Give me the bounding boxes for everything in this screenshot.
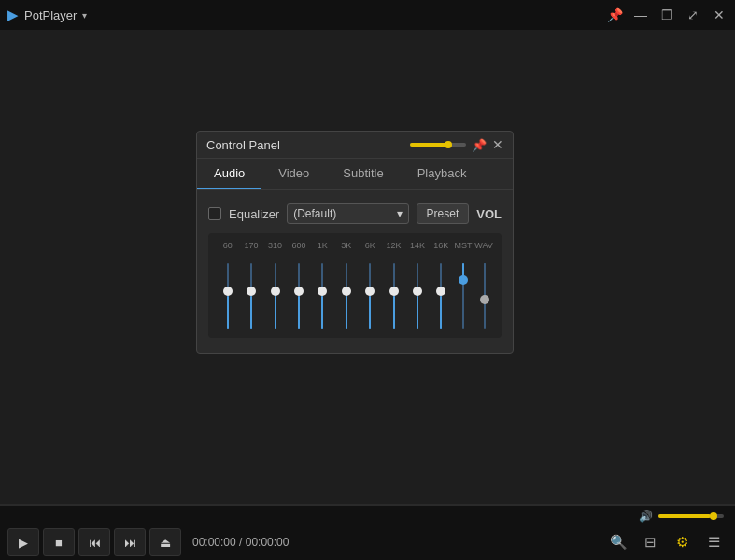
cp-brightness-slider[interactable] — [410, 143, 466, 147]
eq-preset-select[interactable]: (Default) ▾ — [287, 203, 408, 224]
eq-sliders-area: 60 170 310 600 1K 3K 6K 12K 14K 16K MST … — [208, 233, 502, 338]
eq-vslider-9[interactable] — [417, 263, 418, 329]
eq-freq-label-6k: 6K — [358, 241, 381, 250]
app-title: PotPlayer — [24, 8, 77, 22]
eq-freq-label-1k: 1K — [311, 241, 334, 250]
control-panel: Control Panel 📌 ✕ Audio Video Subtitle — [196, 131, 514, 354]
cp-close-btn[interactable]: ✕ — [492, 137, 503, 152]
eq-checkbox[interactable] — [208, 207, 221, 220]
cp-tabs: Audio Video Subtitle Playback — [197, 159, 513, 190]
eq-mst-label: MST — [453, 241, 474, 250]
app-dropdown-icon[interactable]: ▾ — [82, 10, 87, 21]
eq-vol-label: VOL — [476, 207, 502, 221]
eq-vslider-7[interactable] — [369, 263, 371, 329]
eq-label: Equalizer — [229, 207, 279, 221]
eq-slider-col-4 — [287, 254, 310, 329]
eq-slider-col-8 — [382, 254, 405, 329]
eject-btn[interactable]: ⏏ — [149, 528, 181, 556]
eq-preset-dropdown-icon: ▾ — [397, 207, 403, 220]
eq-wav-slider-col — [474, 254, 494, 329]
eq-slider-col-6 — [334, 254, 358, 329]
eq-slider-col-1 — [216, 254, 239, 329]
maximize-btn[interactable]: ⤢ — [685, 7, 701, 23]
eq-vslider-5[interactable] — [321, 263, 323, 329]
eq-vslider-2[interactable] — [250, 263, 252, 329]
eq-slider-col-9 — [405, 254, 429, 329]
eq-slider-col-7 — [358, 254, 381, 329]
eq-freq-label-310: 310 — [263, 241, 287, 250]
vol-thumb — [710, 512, 717, 520]
cp-brightness-thumb — [445, 141, 452, 148]
eq-wav-label: WAV — [474, 241, 494, 250]
eq-vslider-10[interactable] — [440, 263, 442, 329]
settings-btn[interactable]: ⚙ — [668, 528, 696, 556]
menu-btn[interactable]: ☰ — [700, 528, 728, 556]
progress-bar-area[interactable] — [0, 504, 735, 506]
close-btn[interactable]: ✕ — [711, 7, 728, 23]
time-display: 00:00:00 / 00:00:00 — [192, 536, 601, 549]
title-bar-right: 📌 — ❒ ⤢ ✕ — [606, 7, 728, 23]
vol-fill — [658, 514, 711, 518]
eq-freq-label-600: 600 — [287, 241, 310, 250]
cp-controls: 📌 ✕ — [410, 137, 503, 152]
title-bar: ▶ PotPlayer ▾ 📌 — ❒ ⤢ ✕ — [0, 0, 735, 30]
tab-video[interactable]: Video — [261, 159, 326, 189]
vol-icon: 🔊 — [639, 510, 653, 523]
time-total: 00:00:00 — [246, 536, 290, 549]
eq-freq-label-60: 60 — [216, 241, 239, 250]
subtitle-btn[interactable]: ⊟ — [636, 528, 664, 556]
stop-btn[interactable]: ■ — [43, 528, 75, 556]
restore-btn[interactable]: ❒ — [658, 7, 675, 23]
main-area: Control Panel 📌 ✕ Audio Video Subtitle — [0, 30, 735, 504]
play-btn[interactable]: ▶ — [7, 528, 39, 556]
time-current: 00:00:00 — [192, 536, 236, 549]
eq-mst-slider-col — [453, 254, 473, 329]
title-bar-left: ▶ PotPlayer ▾ — [7, 7, 87, 23]
eq-vslider-6[interactable] — [346, 263, 347, 329]
eq-mst-slider[interactable] — [462, 263, 464, 329]
eq-freq-labels: 60 170 310 600 1K 3K 6K 12K 14K 16K — [216, 241, 453, 250]
eq-slider-col-5 — [311, 254, 334, 329]
eq-row: Equalizer (Default) ▾ Preset VOL — [208, 203, 502, 224]
eq-preset-btn[interactable]: Preset — [417, 203, 470, 224]
eq-vslider-8[interactable] — [393, 263, 395, 329]
tab-subtitle[interactable]: Subtitle — [326, 159, 400, 189]
cp-title: Control Panel — [206, 138, 280, 152]
vol-bar-row: 🔊 — [0, 506, 735, 525]
eq-freq-sliders — [216, 254, 453, 329]
eq-labels-row: 60 170 310 600 1K 3K 6K 12K 14K 16K MST … — [216, 241, 494, 250]
vol-track[interactable] — [658, 514, 724, 518]
eq-slider-col-3 — [263, 254, 287, 329]
eq-sliders-row — [216, 254, 494, 329]
eq-vslider-3[interactable] — [275, 263, 276, 329]
eq-vslider-1[interactable] — [227, 263, 229, 329]
eq-preset-value: (Default) — [293, 207, 336, 220]
app-icon: ▶ — [7, 7, 19, 23]
controls-row: ▶ ■ ⏮ ⏭ ⏏ 00:00:00 / 00:00:00 🔍 ⊟ ⚙ ☰ — [0, 525, 735, 560]
eq-freq-label-170: 170 — [239, 241, 262, 250]
eq-vslider-4[interactable] — [298, 263, 300, 329]
next-btn[interactable]: ⏭ — [114, 528, 146, 556]
tab-audio[interactable]: Audio — [197, 159, 261, 189]
eq-freq-label-3k: 3K — [334, 241, 358, 250]
search-btn[interactable]: 🔍 — [604, 528, 632, 556]
pin-btn[interactable]: 📌 — [606, 7, 623, 23]
right-controls: 🔍 ⊟ ⚙ ☰ — [604, 528, 728, 556]
eq-freq-label-14k: 14K — [405, 241, 429, 250]
minimize-btn[interactable]: — — [632, 7, 649, 23]
eq-mst-wav-sliders — [453, 254, 494, 329]
tab-playback[interactable]: Playback — [401, 159, 484, 189]
eq-wav-slider[interactable] — [484, 263, 486, 329]
prev-btn[interactable]: ⏮ — [78, 528, 110, 556]
eq-slider-col-2 — [239, 254, 262, 329]
cp-pin-btn[interactable]: 📌 — [472, 138, 487, 152]
eq-freq-label-16k: 16K — [430, 241, 453, 250]
cp-titlebar: Control Panel 📌 ✕ — [197, 132, 513, 159]
cp-brightness-fill — [410, 143, 446, 147]
eq-mst-wav-labels: MST WAV — [453, 241, 494, 250]
cp-content: Equalizer (Default) ▾ Preset VOL 60 170 … — [197, 190, 513, 353]
time-separator: / — [239, 536, 246, 549]
eq-freq-label-12k: 12K — [382, 241, 405, 250]
player-bar: 🔊 ▶ ■ ⏮ ⏭ ⏏ 00:00:00 / 00:00:00 🔍 ⊟ ⚙ ☰ — [0, 504, 735, 560]
eq-slider-col-10 — [430, 254, 453, 329]
